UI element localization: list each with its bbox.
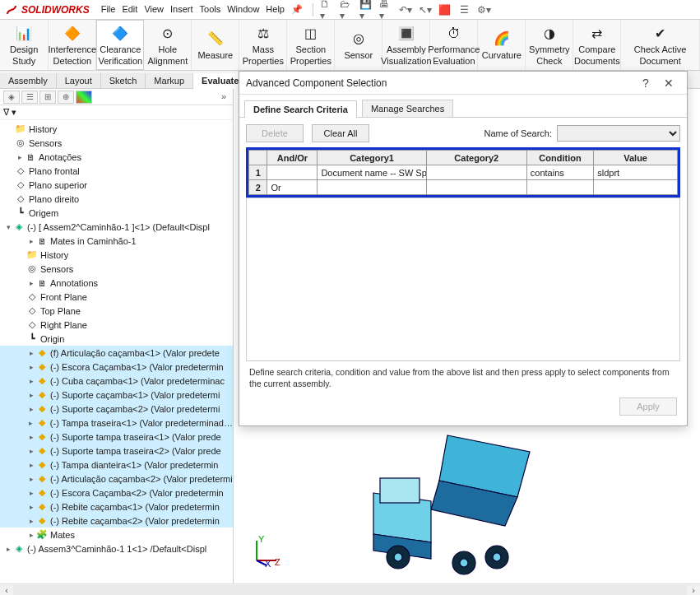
menu-edit[interactable]: Edit (122, 4, 137, 15)
ribbon-clearance[interactable]: 🔷ClearanceVerification (96, 20, 144, 70)
dialog-titlebar[interactable]: Advanced Component Selection ? ✕ (239, 72, 687, 95)
cell-val[interactable] (594, 180, 678, 195)
cell-andor[interactable]: Or (267, 180, 318, 195)
tab-sketch[interactable]: Sketch (101, 73, 146, 88)
tree-origin[interactable]: ┗Origem (0, 206, 233, 220)
open-icon[interactable]: 🗁▾ (340, 3, 353, 16)
tree-sensors[interactable]: ◎Sensors (0, 136, 233, 150)
ribbon-perf[interactable]: ⏱PerformanceEvaluation (430, 20, 478, 70)
save-icon[interactable]: 💾▾ (359, 3, 373, 16)
menu-help[interactable]: Help (266, 4, 285, 15)
tab-manage-searches[interactable]: Manage Searches (362, 100, 453, 117)
print-icon[interactable]: 🖶▾ (379, 3, 392, 16)
ribbon-measure[interactable]: 📏Measure (192, 20, 239, 70)
collapse-pane-icon[interactable]: » (218, 91, 229, 102)
cell-cat1[interactable]: Document name -- SW Sp (318, 165, 426, 180)
tree-mates[interactable]: ▸🧩Mates (0, 528, 233, 542)
scroll-track[interactable] (13, 585, 687, 595)
ribbon-section[interactable]: ◫SectionProperties (287, 20, 335, 70)
tab-assembly[interactable]: Assembly (0, 73, 57, 88)
tab-define-criteria[interactable]: Define Search Criteria (244, 100, 357, 118)
tree-sub-sensors[interactable]: ◎Sensors (0, 262, 233, 276)
tab-markup[interactable]: Markup (146, 73, 193, 88)
tree-part[interactable]: ▸◆(-) Suporte tampa traseira<2> (Valor p… (0, 444, 233, 458)
tree-part[interactable]: ▸◆(-) Articulação caçamba<2> (Valor pred… (0, 472, 233, 486)
settings-icon[interactable]: ⚙▾ (478, 3, 491, 16)
tree-part[interactable]: ▸◆(-) Suporte tampa traseira<1> (Valor p… (0, 430, 233, 444)
pin-icon[interactable]: 📌 (291, 4, 303, 15)
tree-mates-in[interactable]: ▸🗎Mates in Caminhão-1 (0, 234, 233, 248)
feature-tree[interactable]: 📁History ◎Sensors ▸🗎Anotações ◇Plano fro… (0, 120, 233, 583)
ribbon-sensor[interactable]: ◎Sensor (335, 20, 382, 70)
tree-sub-asm-2[interactable]: ▸◈(-) Assem3^Caminhão-1 1<1> /Default<Di… (0, 542, 233, 555)
ribbon-curv[interactable]: 🌈Curvature (478, 20, 526, 70)
new-icon[interactable]: 🗋▾ (320, 3, 333, 16)
options-icon[interactable]: ☰ (458, 3, 471, 16)
tree-plane-front[interactable]: ◇Plano frontal (0, 164, 233, 178)
ribbon-compare[interactable]: ⇄CompareDocuments (573, 20, 621, 70)
menu-view[interactable]: View (144, 4, 164, 15)
criteria-row[interactable]: 1 Document name -- SW Sp contains sldprt (249, 165, 678, 180)
cell-cat2[interactable] (426, 165, 526, 180)
tree-history[interactable]: 📁History (0, 122, 233, 136)
ribbon-sym[interactable]: ◑SymmetryCheck (526, 20, 573, 70)
filter-bar[interactable]: ∇ ▾ (0, 105, 233, 120)
ribbon-design-study[interactable]: 📊Design Study (0, 20, 49, 70)
fm-tab-prop-icon[interactable]: ☰ (21, 91, 38, 104)
tree-part[interactable]: ▸◆(-) Rebite caçamba<1> (Valor predeterm… (0, 500, 233, 514)
tree-sub-top[interactable]: ◇Top Plane (0, 304, 233, 318)
tree-sub-annot[interactable]: ▸🗎Annotations (0, 276, 233, 290)
tree-part[interactable]: ▸◆(-) Suporte caçamba<2> (Valor predeter… (0, 402, 233, 416)
help-icon[interactable]: ? (634, 77, 657, 90)
tree-sub-origin[interactable]: ┗Origin (0, 332, 233, 346)
tab-layout[interactable]: Layout (57, 73, 101, 88)
ribbon-asmvis[interactable]: 🔳AssemblyVisualization (382, 20, 430, 70)
menu-file[interactable]: File (101, 4, 116, 15)
cell-val[interactable]: sldprt (594, 165, 678, 180)
tree-sub-front[interactable]: ◇Front Plane (0, 290, 233, 304)
tree-sub-history[interactable]: 📁History (0, 248, 233, 262)
scroll-left-icon[interactable]: ‹ (0, 585, 13, 595)
menu-insert[interactable]: Insert (170, 4, 193, 15)
ribbon-hole[interactable]: ⊙HoleAlignment (144, 20, 192, 70)
apply-button[interactable]: Apply (619, 397, 677, 416)
fm-tab-display-icon[interactable] (76, 91, 92, 104)
menu-tools[interactable]: Tools (200, 4, 221, 15)
rebuild-icon[interactable]: 🟥 (438, 3, 452, 16)
clear-all-button[interactable]: Clear All (312, 124, 369, 142)
tree-sub-assembly[interactable]: ▾◈(-) [ Assem2^Caminhão-1 ]<1> (Default<… (0, 220, 233, 234)
menu-window[interactable]: Window (227, 4, 259, 15)
select-icon[interactable]: ↖▾ (419, 3, 432, 16)
tree-part[interactable]: ▸◆(-) Tampa dianteira<1> (Valor predeter… (0, 458, 233, 472)
close-icon[interactable]: ✕ (657, 77, 680, 90)
cell-andor[interactable] (267, 165, 318, 180)
cell-cat2[interactable] (426, 180, 526, 195)
ribbon-interference[interactable]: 🔶InterferenceDetection (49, 20, 96, 70)
tree-part[interactable]: ▸◆(-) Cuba caçamba<1> (Valor predetermin… (0, 374, 233, 388)
tree-sub-right[interactable]: ◇Right Plane (0, 318, 233, 332)
fm-tab-dim-icon[interactable]: ⊕ (58, 91, 74, 104)
ribbon-check[interactable]: ✔Check Active Document (621, 20, 700, 70)
tree-part[interactable]: ▸◆(-) Escora Caçamba<1> (Valor predeterm… (0, 360, 233, 374)
criteria-row[interactable]: 2 Or (249, 180, 678, 195)
delete-button[interactable]: Delete (246, 124, 304, 142)
criteria-extra-area[interactable] (246, 198, 680, 361)
horizontal-scrollbar[interactable]: ‹ › (0, 583, 700, 595)
cell-cond[interactable]: contains (526, 165, 593, 180)
cell-cond[interactable] (526, 180, 593, 195)
ribbon-mass[interactable]: ⚖MassProperties (239, 20, 287, 70)
cell-cat1[interactable] (318, 180, 426, 195)
name-of-search-select[interactable] (557, 125, 680, 142)
tree-annotations[interactable]: ▸🗎Anotações (0, 150, 233, 164)
tree-part[interactable]: ▸◆(-) Tampa traseira<1> (Valor predeterm… (0, 416, 233, 430)
tree-plane-top[interactable]: ◇Plano superior (0, 178, 233, 192)
tree-part[interactable]: ▸◆(-) Rebite caçamba<2> (Valor predeterm… (0, 514, 233, 528)
fm-tab-tree-icon[interactable]: ◈ (3, 91, 20, 104)
tree-part[interactable]: ▸◆(-) Escora Caçamba<2> (Valor predeterm… (0, 486, 233, 500)
tree-part[interactable]: ▸◆(f) Articulação caçamba<1> (Valor pred… (0, 346, 233, 360)
tree-plane-right[interactable]: ◇Plano direito (0, 192, 233, 206)
criteria-table[interactable]: And/Or Category1 Category2 Condition Val… (248, 150, 678, 195)
undo-icon[interactable]: ↶▾ (399, 3, 412, 16)
scroll-right-icon[interactable]: › (687, 585, 700, 595)
fm-tab-config-icon[interactable]: ⊞ (39, 91, 56, 104)
